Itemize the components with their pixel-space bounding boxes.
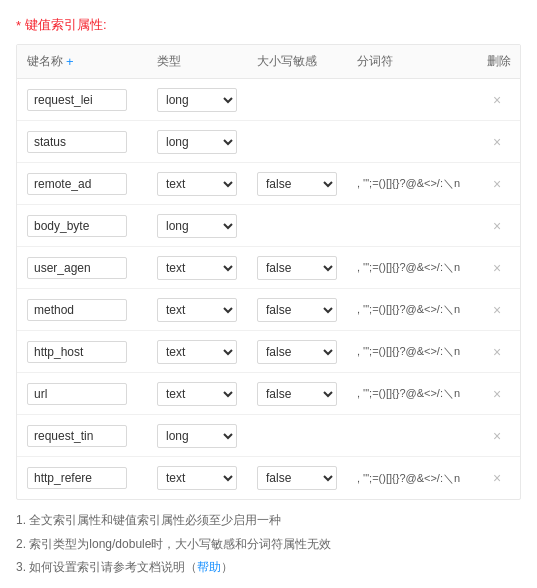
- delete-cell: ×: [487, 133, 537, 151]
- key-name-input[interactable]: [27, 131, 127, 153]
- section-title-text: 键值索引属性:: [25, 16, 107, 34]
- table-row: longtextdouble×: [17, 415, 520, 457]
- type-select[interactable]: longtextdouble: [157, 382, 237, 406]
- type-select[interactable]: longtextdouble: [157, 172, 237, 196]
- delete-row-button[interactable]: ×: [487, 343, 507, 361]
- tokenizer-value: , '";=()[]{}?@&<>/:＼n: [357, 471, 460, 486]
- add-row-icon[interactable]: +: [66, 54, 74, 69]
- tokenizer-cell: , '";=()[]{}?@&<>/:＼n: [357, 344, 487, 359]
- key-name-cell: [27, 299, 157, 321]
- delete-row-button[interactable]: ×: [487, 469, 507, 487]
- key-name-cell: [27, 215, 157, 237]
- col-delete-header: 删除: [487, 53, 537, 70]
- tokenizer-cell: , '";=()[]{}?@&<>/:＼n: [357, 176, 487, 191]
- case-sensitive-select[interactable]: falsetrue: [257, 298, 337, 322]
- delete-row-button[interactable]: ×: [487, 217, 507, 235]
- delete-cell: ×: [487, 343, 537, 361]
- table-row: longtextdouble×: [17, 121, 520, 163]
- table-row: longtextdoublefalsetrue, '";=()[]{}?@&<>…: [17, 163, 520, 205]
- table-header-row: 键名称 + 类型 大小写敏感 分词符 删除: [17, 45, 520, 79]
- key-name-cell: [27, 425, 157, 447]
- key-name-cell: [27, 341, 157, 363]
- table-row: longtextdoublefalsetrue, '";=()[]{}?@&<>…: [17, 331, 520, 373]
- type-select[interactable]: longtextdouble: [157, 424, 237, 448]
- case-sensitive-cell: falsetrue: [257, 256, 357, 280]
- type-select[interactable]: longtextdouble: [157, 340, 237, 364]
- tokenizer-value: , '";=()[]{}?@&<>/:＼n: [357, 260, 460, 275]
- type-select[interactable]: longtextdouble: [157, 214, 237, 238]
- case-sensitive-cell: falsetrue: [257, 382, 357, 406]
- table-row: longtextdoublefalsetrue, '";=()[]{}?@&<>…: [17, 457, 520, 499]
- table-row: longtextdoublefalsetrue, '";=()[]{}?@&<>…: [17, 289, 520, 331]
- delete-cell: ×: [487, 259, 537, 277]
- tokenizer-cell: , '";=()[]{}?@&<>/:＼n: [357, 386, 487, 401]
- col-key-name-header: 键名称 +: [27, 53, 157, 70]
- tokenizer-value: , '";=()[]{}?@&<>/:＼n: [357, 344, 460, 359]
- delete-row-button[interactable]: ×: [487, 427, 507, 445]
- key-name-input[interactable]: [27, 215, 127, 237]
- type-select[interactable]: longtextdouble: [157, 466, 237, 490]
- delete-cell: ×: [487, 217, 537, 235]
- case-sensitive-select[interactable]: falsetrue: [257, 382, 337, 406]
- help-link[interactable]: 帮助: [197, 560, 221, 574]
- delete-row-button[interactable]: ×: [487, 175, 507, 193]
- type-select[interactable]: longtextdouble: [157, 130, 237, 154]
- required-star: *: [16, 18, 21, 33]
- case-sensitive-cell: falsetrue: [257, 298, 357, 322]
- tokenizer-cell: , '";=()[]{}?@&<>/:＼n: [357, 302, 487, 317]
- tokenizer-value: , '";=()[]{}?@&<>/:＼n: [357, 386, 460, 401]
- col-tokenizer-header: 分词符: [357, 53, 487, 70]
- delete-row-button[interactable]: ×: [487, 385, 507, 403]
- type-select[interactable]: longtextdouble: [157, 88, 237, 112]
- col-type-header: 类型: [157, 53, 257, 70]
- tokenizer-cell: , '";=()[]{}?@&<>/:＼n: [357, 260, 487, 275]
- case-sensitive-select[interactable]: falsetrue: [257, 172, 337, 196]
- type-cell: longtextdouble: [157, 340, 257, 364]
- case-sensitive-select[interactable]: falsetrue: [257, 256, 337, 280]
- type-cell: longtextdouble: [157, 466, 257, 490]
- type-select[interactable]: longtextdouble: [157, 298, 237, 322]
- tokenizer-value: , '";=()[]{}?@&<>/:＼n: [357, 176, 460, 191]
- delete-row-button[interactable]: ×: [487, 301, 507, 319]
- key-name-cell: [27, 131, 157, 153]
- delete-row-button[interactable]: ×: [487, 91, 507, 109]
- key-name-input[interactable]: [27, 89, 127, 111]
- col-case-header: 大小写敏感: [257, 53, 357, 70]
- case-sensitive-select[interactable]: falsetrue: [257, 466, 337, 490]
- note-2: 2. 索引类型为long/dobule时，大小写敏感和分词符属性无效: [16, 534, 521, 556]
- key-name-input[interactable]: [27, 341, 127, 363]
- case-sensitive-select[interactable]: falsetrue: [257, 340, 337, 364]
- key-name-input[interactable]: [27, 257, 127, 279]
- table-row: longtextdoublefalsetrue, '";=()[]{}?@&<>…: [17, 373, 520, 415]
- tokenizer-cell: , '";=()[]{}?@&<>/:＼n: [357, 471, 487, 486]
- type-select[interactable]: longtextdouble: [157, 256, 237, 280]
- key-name-input[interactable]: [27, 173, 127, 195]
- type-cell: longtextdouble: [157, 382, 257, 406]
- type-cell: longtextdouble: [157, 256, 257, 280]
- delete-cell: ×: [487, 301, 537, 319]
- key-name-input[interactable]: [27, 425, 127, 447]
- delete-row-button[interactable]: ×: [487, 133, 507, 151]
- key-name-input[interactable]: [27, 299, 127, 321]
- delete-cell: ×: [487, 385, 537, 403]
- delete-cell: ×: [487, 469, 537, 487]
- case-sensitive-cell: falsetrue: [257, 466, 357, 490]
- type-cell: longtextdouble: [157, 214, 257, 238]
- key-name-cell: [27, 89, 157, 111]
- delete-cell: ×: [487, 175, 537, 193]
- case-sensitive-cell: falsetrue: [257, 340, 357, 364]
- notes-section: 1. 全文索引属性和键值索引属性必须至少启用一种 2. 索引类型为long/do…: [16, 510, 521, 579]
- type-cell: longtextdouble: [157, 130, 257, 154]
- key-name-cell: [27, 173, 157, 195]
- table-row: longtextdouble×: [17, 205, 520, 247]
- tokenizer-value: , '";=()[]{}?@&<>/:＼n: [357, 302, 460, 317]
- delete-cell: ×: [487, 91, 537, 109]
- type-cell: longtextdouble: [157, 298, 257, 322]
- section-title-container: * 键值索引属性:: [16, 16, 521, 34]
- key-name-cell: [27, 383, 157, 405]
- delete-row-button[interactable]: ×: [487, 259, 507, 277]
- key-name-input[interactable]: [27, 383, 127, 405]
- key-name-input[interactable]: [27, 467, 127, 489]
- table-rows-container: longtextdouble×longtextdouble×longtextdo…: [17, 79, 520, 499]
- type-cell: longtextdouble: [157, 88, 257, 112]
